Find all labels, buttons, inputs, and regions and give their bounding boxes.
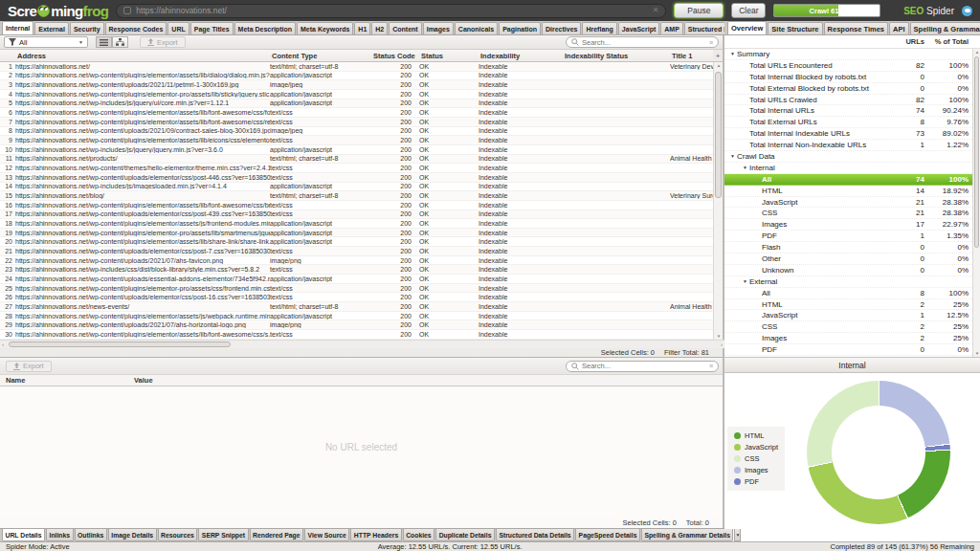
column-header-address[interactable]: Address [15,52,270,60]
search-options-icon[interactable]: ≡ [709,363,713,369]
scroll-right-icon[interactable]: › [721,341,723,348]
table-row[interactable]: 13 https://ahinnovations.net/wp-content/… [0,173,713,183]
bottom-tab[interactable]: SERP Snippet [198,529,248,541]
twitter-icon[interactable] [962,6,972,16]
right-tab[interactable]: Overview [727,21,767,34]
overview-row[interactable]: Total Internal URLs 74 90.24% [724,105,980,117]
bottom-tab[interactable]: View Source [304,529,349,541]
table-row[interactable]: 16 https://ahinnovations.net/wp-content/… [0,201,713,210]
bottom-tab[interactable]: PageSpeed Details [575,529,640,541]
overview-row[interactable]: Total Internal Indexable URLs 73 89.02% [724,128,980,140]
main-tab[interactable]: H2 [371,22,388,34]
overview-row[interactable]: Total URLs Crawled 82 100% [724,95,980,106]
table-row[interactable]: 6 https://ahinnovations.net/wp-content/p… [0,108,713,118]
overview-row[interactable]: CSS 2 25% [724,321,980,333]
main-tab[interactable]: Pagination [499,22,541,34]
main-tab[interactable]: Meta Description [234,22,296,34]
details-export-button[interactable]: Export [6,361,52,372]
clear-url-icon[interactable]: ✕ [653,7,659,14]
url-bar[interactable]: ✕ [116,4,666,18]
overview-row[interactable]: Total Internal Non-Indexable URLs 1 1.22… [724,140,980,151]
main-tab[interactable]: Meta Keywords [297,22,353,34]
table-row[interactable]: 8 https://ahinnovations.net/wp-content/u… [0,127,713,137]
overview-row[interactable]: Images 2 25% [724,333,980,344]
column-header-indexability[interactable]: Indexability [479,52,563,60]
column-header-status[interactable]: Status [419,52,479,60]
table-row[interactable]: 12 https://ahinnovations.net/wp-content/… [0,164,713,173]
main-tab[interactable]: Hreflang [582,22,616,34]
table-row[interactable]: 20 https://ahinnovations.net/wp-content/… [0,237,713,247]
table-vscroll-thumb[interactable] [715,72,722,198]
column-header-title1[interactable]: Title 1 [670,52,713,60]
main-tab[interactable]: Directives [542,22,581,34]
column-header-indexability-status[interactable]: Indexability Status [563,52,670,60]
table-hscroll-thumb[interactable] [9,342,231,347]
export-button[interactable]: Export [140,36,186,48]
table-row[interactable]: 18 https://ahinnovations.net/wp-content/… [0,219,713,229]
overview-row[interactable]: Flash 0 0% [724,356,980,357]
bottom-tab[interactable]: URL Details [2,529,45,541]
table-row[interactable]: 5 https://ahinnovations.net/wp-includes/… [0,99,713,109]
overview-row[interactable]: Crawl Data [724,151,980,163]
main-tab[interactable]: External [34,22,69,34]
table-row[interactable]: 14 https://ahinnovations.net/wp-includes… [0,183,713,192]
table-row[interactable]: 25 https://ahinnovations.net/wp-content/… [0,284,713,294]
main-tab[interactable]: Structured Data [684,22,724,34]
main-tab[interactable]: Internal [2,21,33,34]
scroll-down-icon[interactable]: ▼ [714,334,724,339]
overview-scrollbar[interactable]: ▲ ▼ [972,49,980,357]
right-tab[interactable]: Site Structure [768,22,822,34]
table-row[interactable]: 7 https://ahinnovations.net/wp-content/p… [0,118,713,127]
table-row[interactable]: 30 https://ahinnovations.net/wp-content/… [0,330,713,340]
table-row[interactable]: 15 https://ahinnovations.net/blog/ text/… [0,191,713,201]
column-header-content-type[interactable]: Content Type [270,52,371,60]
overview-row[interactable]: PDF 0 0% [724,344,980,356]
collapse-triangle-icon[interactable] [741,165,749,170]
main-tab[interactable]: Response Codes [105,22,167,34]
scroll-up-icon[interactable]: ▲ [973,50,980,55]
overview-row[interactable]: Flash 0 0% [724,242,980,253]
collapse-triangle-icon[interactable] [741,278,749,284]
main-tab[interactable]: Security [70,22,104,34]
table-row[interactable]: 26 https://ahinnovations.net/wp-content/… [0,293,713,302]
right-tab[interactable]: API [889,22,909,34]
table-horizontal-scrollbar[interactable]: ‹ › [0,340,724,348]
collapse-triangle-icon[interactable] [728,153,737,159]
overview-row[interactable]: Total URLs Encountered 82 100% [724,60,980,72]
overview-row[interactable]: HTML 14 18.92% [724,186,980,197]
right-tab[interactable]: Response Times [824,22,888,34]
pause-button[interactable]: Pause [674,3,724,18]
bottom-tab[interactable]: Outlinks [75,529,107,541]
overview-row[interactable]: HTML 2 25% [724,299,980,311]
table-row[interactable]: 4 https://ahinnovations.net/wp-content/p… [0,90,713,99]
overview-row[interactable]: Total External URLs 8 9.76% [724,117,980,128]
overview-row[interactable]: All 74 100% [724,174,980,186]
table-row[interactable]: 19 https://ahinnovations.net/wp-content/… [0,229,713,238]
table-row[interactable]: 24 https://ahinnovations.net/wp-content/… [0,275,713,284]
column-header-status-code[interactable]: Status Code [371,52,419,60]
bottom-tab[interactable]: Rendered Page [250,529,303,541]
table-row[interactable]: 22 https://ahinnovations.net/wp-content/… [0,256,713,266]
overview-row[interactable]: Other 0 0% [724,253,980,265]
table-vertical-scrollbar[interactable]: ▲ ▼ [713,62,723,340]
bottom-tab[interactable]: HTTP Headers [350,529,401,541]
overview-row[interactable]: JavaScript 21 28.38% [724,197,980,209]
main-tab[interactable]: Canonicals [455,22,498,34]
bottom-tab[interactable]: Cookies [403,529,434,541]
bottom-tab[interactable]: Image Details [108,529,157,541]
table-row[interactable]: 21 https://ahinnovations.net/wp-content/… [0,247,713,256]
right-tab[interactable]: Spelling & Grammar [910,22,980,34]
overview-scroll-thumb[interactable] [974,56,979,248]
table-row[interactable]: 10 https://ahinnovations.net/wp-includes… [0,145,713,155]
list-view-button[interactable] [96,36,112,48]
scroll-left-icon[interactable]: ‹ [2,341,4,348]
main-tab[interactable]: AMP [660,22,683,34]
bottom-tabs-overflow-arrow-icon[interactable]: ▼ [734,529,741,541]
search-options-icon[interactable]: ≡ [709,39,713,46]
table-row[interactable]: 2 https://ahinnovations.net/wp-content/p… [0,72,713,81]
bottom-tab[interactable]: Duplicate Details [435,529,495,541]
details-search-box[interactable]: ≡ [566,361,719,372]
add-column-icon[interactable]: + [713,50,723,62]
overview-row[interactable]: Images 17 22.97% [724,219,980,231]
overview-row[interactable]: Summary [724,49,980,60]
